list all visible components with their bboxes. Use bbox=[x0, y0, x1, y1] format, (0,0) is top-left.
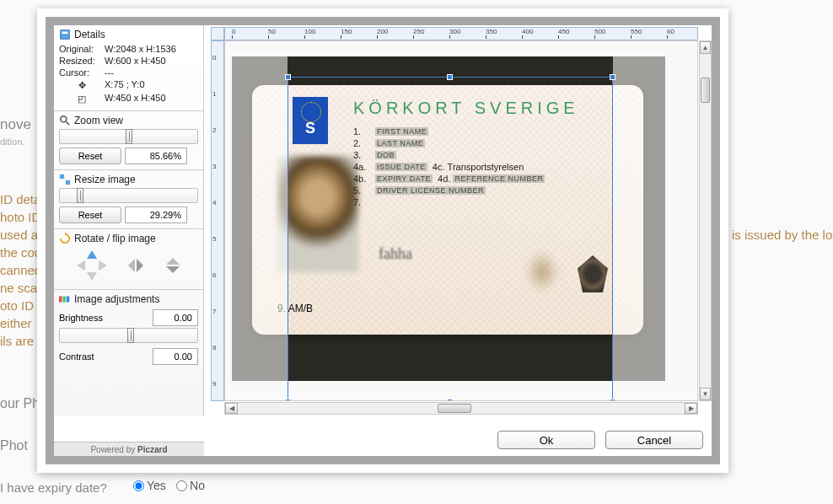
ruler-tick: 2 bbox=[212, 126, 216, 134]
powered-by: Powered by Piczard bbox=[54, 442, 204, 456]
crop-handle[interactable] bbox=[610, 399, 615, 401]
svg-rect-4 bbox=[60, 174, 64, 179]
image-stage: S KÖRKORT SVERIGE 1.FIRST NAME 2.LAST NA… bbox=[232, 56, 665, 381]
zoom-slider[interactable] bbox=[59, 129, 198, 144]
adjustments-section: Image adjustments Brightness 0.00 Contra… bbox=[54, 290, 203, 372]
brightness-value: 0.00 bbox=[153, 309, 198, 326]
scroll-left-icon[interactable]: ◀ bbox=[225, 403, 238, 414]
ruler-tick: 0 bbox=[232, 28, 235, 35]
resize-value: 29.29% bbox=[125, 206, 187, 223]
bg-text: hoto ID bbox=[0, 210, 40, 224]
bg-text: our Ph bbox=[0, 396, 40, 411]
bg-text: I have expiry date? bbox=[0, 480, 107, 495]
zoom-icon bbox=[59, 115, 71, 126]
bg-text: nove bbox=[0, 116, 31, 133]
resize-icon bbox=[59, 174, 71, 185]
brightness-slider[interactable] bbox=[59, 328, 198, 343]
ruler-tick: 150 bbox=[341, 28, 352, 35]
ruler-tick: 0 bbox=[212, 54, 216, 62]
resized-dims: W:600 x H:450 bbox=[105, 56, 198, 66]
ruler-tick: 450 bbox=[558, 28, 569, 35]
svg-point-2 bbox=[61, 116, 67, 122]
adjustments-icon bbox=[59, 293, 71, 305]
zoom-title: Zoom view bbox=[74, 115, 123, 126]
rotate-right-icon[interactable] bbox=[99, 260, 107, 271]
ruler-tick: 60 bbox=[667, 28, 674, 35]
flip-horizontal-button[interactable] bbox=[127, 257, 144, 274]
ruler-tick: 500 bbox=[594, 28, 605, 35]
rotate-left-icon[interactable] bbox=[77, 260, 85, 271]
crop-pos: X:75 ; Y:0 bbox=[105, 79, 198, 91]
contrast-value: 0.00 bbox=[153, 348, 198, 365]
ruler-tick: 100 bbox=[304, 28, 315, 35]
bg-text: the cou bbox=[0, 245, 41, 260]
resize-section: Resize image Reset 29.29% bbox=[54, 170, 203, 229]
ruler-tick: 4 bbox=[212, 199, 216, 206]
scroll-thumb[interactable] bbox=[438, 404, 471, 413]
ruler-tick: 350 bbox=[486, 28, 497, 35]
crop-handle[interactable] bbox=[447, 74, 453, 80]
rotate-control[interactable] bbox=[77, 250, 107, 281]
scroll-up-icon[interactable]: ▲ bbox=[700, 41, 711, 54]
horizontal-ruler: 05010015020025030035040045050055060 bbox=[224, 27, 698, 40]
ruler-tick: 50 bbox=[268, 28, 276, 35]
svg-rect-0 bbox=[61, 30, 70, 40]
original-dims: W:2048 x H:1536 bbox=[105, 44, 198, 54]
move-icon: ✥ bbox=[59, 79, 105, 91]
crop-size: W:450 x H:450 bbox=[105, 93, 198, 105]
svg-rect-1 bbox=[62, 32, 68, 35]
svg-line-3 bbox=[66, 121, 69, 125]
crop-handle[interactable] bbox=[447, 399, 453, 401]
flip-vertical-button[interactable] bbox=[164, 257, 181, 274]
ruler-tick: 550 bbox=[631, 28, 642, 35]
ok-button[interactable]: Ok bbox=[497, 431, 595, 449]
bg-text: dition. bbox=[0, 137, 24, 147]
contrast-label: Contrast bbox=[59, 351, 149, 362]
resize-slider[interactable] bbox=[59, 188, 198, 203]
footer-buttons: Ok Cancel bbox=[497, 431, 703, 449]
ruler-tick: 8 bbox=[212, 344, 216, 351]
crop-handle[interactable] bbox=[285, 74, 291, 80]
crop-handle[interactable] bbox=[610, 74, 615, 80]
ruler-tick: 200 bbox=[377, 28, 388, 35]
vertical-ruler: 0123456789 bbox=[211, 40, 224, 401]
rotate-section: Rotate / flip image bbox=[54, 229, 203, 290]
scroll-right-icon[interactable]: ▶ bbox=[685, 403, 697, 414]
crop-rectangle[interactable] bbox=[288, 77, 613, 401]
rotate-icon bbox=[59, 233, 71, 244]
brightness-label: Brightness bbox=[59, 313, 149, 323]
scroll-down-icon[interactable]: ▼ bbox=[700, 388, 711, 400]
svg-rect-9 bbox=[67, 297, 70, 303]
cancel-button[interactable]: Cancel bbox=[605, 431, 703, 449]
vertical-scrollbar[interactable]: ▲ ▼ bbox=[699, 40, 712, 401]
scroll-thumb[interactable] bbox=[701, 78, 710, 103]
rotate-down-icon[interactable] bbox=[87, 272, 97, 281]
ruler-tick: 400 bbox=[522, 28, 533, 35]
bg-text: canned bbox=[0, 263, 41, 277]
ruler-tick: 300 bbox=[449, 28, 460, 35]
image-editor-modal: Details Original:W:2048 x H:1536 Resized… bbox=[37, 8, 728, 473]
horizontal-scrollbar[interactable]: ◀ ▶ bbox=[224, 402, 698, 415]
bg-text: ID deta bbox=[0, 192, 40, 206]
crop-icon: ◰ bbox=[59, 93, 105, 105]
zoom-reset-button[interactable]: Reset bbox=[59, 147, 121, 164]
bg-text: is issued by the loc bbox=[732, 228, 833, 242]
svg-rect-7 bbox=[59, 297, 62, 303]
radio-no[interactable]: No bbox=[176, 479, 205, 492]
ruler-tick: 7 bbox=[212, 308, 216, 315]
rotate-title: Rotate / flip image bbox=[74, 233, 156, 244]
crop-handle[interactable] bbox=[285, 399, 291, 401]
rotate-up-icon[interactable] bbox=[87, 250, 97, 259]
bg-text: either bbox=[0, 316, 32, 330]
radio-yes[interactable]: Yes bbox=[133, 479, 166, 492]
workspace[interactable]: S KÖRKORT SVERIGE 1.FIRST NAME 2.LAST NA… bbox=[224, 40, 698, 401]
ruler-tick: 9 bbox=[212, 380, 216, 388]
resize-reset-button[interactable]: Reset bbox=[59, 206, 121, 223]
info-icon bbox=[59, 29, 71, 40]
ruler-tick: 5 bbox=[212, 235, 216, 243]
ruler-tick: 1 bbox=[212, 90, 216, 98]
bg-text: used a bbox=[0, 228, 38, 242]
canvas-area: 05010015020025030035040045050055060 0123… bbox=[204, 25, 712, 416]
ruler-tick: 250 bbox=[413, 28, 424, 35]
details-title: Details bbox=[74, 29, 105, 40]
